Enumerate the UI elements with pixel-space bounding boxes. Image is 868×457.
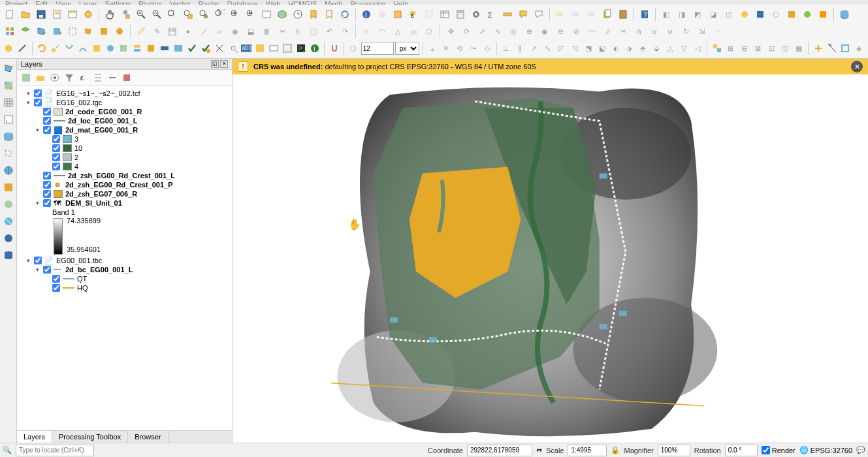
plugin-r3-right-3[interactable] [839, 41, 852, 55]
menu-edit[interactable]: Edit [35, 0, 48, 5]
menu-mesh[interactable]: Mesh [325, 0, 342, 5]
zoom-native-button[interactable]: 1:1 [212, 7, 227, 22]
coordinate-input[interactable] [467, 445, 532, 456]
layer-2d-bc[interactable]: ▾〰2d_bc_EG00_001_L [18, 265, 231, 274]
menu-view[interactable]: View [56, 0, 71, 5]
magnifier-input[interactable] [658, 445, 690, 456]
plugin-r3-btn-9[interactable] [118, 41, 130, 55]
plugin-r3-end-3[interactable]: ⊟ [738, 41, 750, 55]
copy-button[interactable] [600, 7, 615, 22]
layer-2d-mat[interactable]: ▾🟦2d_mat_EG00_001_R [18, 125, 231, 134]
extents-icon[interactable]: ⇔ [536, 446, 542, 454]
layer-mat-2[interactable]: 2 [18, 153, 231, 162]
plugin-r3-btn-18[interactable] [281, 41, 294, 55]
layer-mat-3[interactable]: 3 [18, 134, 231, 144]
label-button[interactable] [553, 7, 568, 22]
merge-features-button[interactable]: ⊍ [647, 24, 662, 39]
edit-pencil-button[interactable] [134, 24, 148, 39]
new-print-layout-button[interactable] [50, 7, 64, 22]
layer-checkbox[interactable] [52, 135, 60, 143]
delete-part-button[interactable]: ⊘ [569, 24, 583, 39]
layer-bc-hq[interactable]: HQ [18, 283, 231, 292]
zoom-full-button[interactable] [165, 7, 180, 22]
add-spatialite-button[interactable] [1, 129, 16, 144]
add-part-button[interactable]: ⊕ [522, 24, 536, 39]
plugin-button-2[interactable] [753, 7, 767, 22]
snapping-tolerance-input[interactable] [361, 42, 394, 55]
new-3d-map-button[interactable] [275, 7, 289, 22]
layer-checkbox[interactable] [34, 257, 42, 264]
layer-bc-qt[interactable]: QT [18, 274, 231, 283]
menu-hcmgis[interactable]: HCMGIS [288, 0, 317, 5]
add-delimited-text-button[interactable]: , [1, 112, 16, 127]
layer-checkbox[interactable] [52, 144, 60, 152]
plugin-r3-btn-16[interactable] [254, 41, 266, 55]
plugin-r3-right-2[interactable] [826, 41, 838, 55]
render-toggle[interactable]: Render [762, 446, 796, 454]
layer-checkbox[interactable] [52, 275, 60, 283]
plugin-r3-right-1[interactable] [812, 41, 824, 55]
layer-mat-4[interactable]: 4 [18, 162, 231, 171]
rotate-point-symbols-button[interactable]: ↻ [679, 24, 693, 39]
plugin-r3-end-5[interactable]: ⊡ [765, 41, 778, 55]
self-snapping-button[interactable]: ⟲ [453, 41, 466, 55]
add-line-button[interactable]: ／ [197, 24, 211, 39]
adv-dig-1[interactable]: ⊥ [500, 41, 513, 55]
adv-dig-2[interactable]: ∥ [514, 41, 526, 55]
plugin-r3-btn-2[interactable] [16, 41, 29, 55]
identify-button[interactable]: i [359, 7, 374, 22]
mesh-button-1[interactable]: ◧ [659, 7, 673, 22]
render-checkbox[interactable] [762, 446, 770, 454]
select-features-button[interactable] [391, 7, 405, 22]
move-feature-button[interactable]: ✥ [443, 24, 458, 39]
adv-dig-7[interactable]: ⬔ [582, 41, 594, 55]
data-source-manager-button[interactable] [3, 24, 17, 39]
new-mesh-layer-button[interactable] [97, 24, 111, 39]
layer-tree[interactable]: ▾📄EG16_~s1~_~s2~_002.tcf ▾📄EG16_002.tgc … [17, 86, 232, 430]
open-project-button[interactable] [18, 7, 33, 22]
mesh-button-2[interactable]: ◨ [675, 7, 689, 22]
plugin-r3-btn-4[interactable] [50, 41, 62, 55]
copy-features-button[interactable]: ⎘ [291, 24, 305, 39]
add-xyz-layer-button[interactable] [1, 180, 16, 195]
layer-zsh-crest-l[interactable]: 2d_zsh_EG00_Rd_Crest_001_L [18, 171, 231, 180]
messages-button[interactable]: 💬 [856, 446, 865, 454]
mesh-button-4[interactable]: ◪ [706, 7, 720, 22]
plugin-r3-btn-3[interactable] [36, 41, 48, 55]
new-spatialite-button[interactable]: + [50, 24, 64, 39]
new-map-view-button[interactable] [259, 7, 274, 22]
plugin-r3-btn-17[interactable] [268, 41, 280, 55]
undo-button[interactable]: ↶ [322, 24, 336, 39]
collapse-all-button[interactable] [107, 72, 118, 83]
snapping-mode-button[interactable]: ⬡ [347, 41, 360, 55]
python-console-button[interactable]: >_ [295, 41, 308, 55]
layer-mat-10[interactable]: 10 [18, 144, 231, 153]
layer-styling-button[interactable] [21, 72, 31, 83]
field-calculator-button[interactable] [453, 7, 468, 22]
zoom-in-button[interactable] [134, 7, 148, 22]
refresh-button[interactable] [338, 7, 352, 22]
map-canvas[interactable]: ✋ [233, 74, 868, 443]
adv-dig-6[interactable]: ◹ [568, 41, 581, 55]
layer-checkbox[interactable] [43, 172, 51, 180]
layer-checkbox[interactable] [43, 199, 51, 207]
plugin-r3-btn-12[interactable] [159, 41, 171, 55]
rotation-input[interactable] [725, 445, 758, 456]
cut-features-button[interactable]: ✂ [275, 24, 289, 39]
manage-themes-button[interactable] [50, 72, 60, 83]
menu-layer[interactable]: Layer [79, 0, 97, 5]
layer-group-tbc[interactable]: ▾📄EG00_001.tbc [18, 256, 231, 265]
zoom-next-button[interactable] [244, 7, 258, 22]
layer-checkbox[interactable] [52, 153, 60, 161]
add-wfs-layer-button[interactable] [1, 214, 16, 228]
new-memory-layer-button[interactable] [65, 24, 80, 39]
show-layout-manager-button[interactable] [65, 7, 80, 22]
panel-undock-button[interactable]: ◱ [211, 60, 219, 68]
toolbox-button[interactable] [469, 7, 483, 22]
plugin-r3-end-1[interactable] [711, 41, 723, 55]
plugin-r3-btn-13[interactable] [172, 41, 185, 55]
add-postgis-button[interactable] [1, 248, 16, 262]
plugin-r3-end-4[interactable]: ⊠ [752, 41, 764, 55]
menu-vector[interactable]: Vector [170, 0, 190, 5]
locator-input[interactable] [16, 445, 94, 456]
